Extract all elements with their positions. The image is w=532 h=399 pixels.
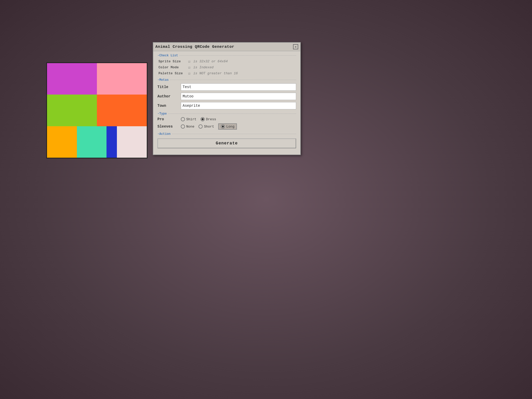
radio-circle-long	[221, 124, 225, 129]
meta-label-town: Town	[157, 104, 181, 108]
meta-row-author: Author	[157, 93, 296, 100]
dialog-window: Animal Crossing QRCode Generator ✕ Check…	[153, 42, 301, 155]
sleeves-radio-group: None Short Long	[181, 123, 237, 130]
meta-label-author: Author	[157, 94, 181, 98]
type-label-pro: Pro	[157, 117, 181, 121]
radio-circle-shirt	[181, 117, 185, 121]
title-input[interactable]	[181, 83, 296, 91]
metas-section-label: Metas	[157, 78, 296, 82]
action-section: Action Generate	[157, 132, 296, 148]
dialog-titlebar: Animal Crossing QRCode Generator ✕	[153, 43, 300, 51]
radio-dress[interactable]: Dress	[201, 117, 216, 121]
check-text-palette-size: is NOT greater than 16	[193, 71, 238, 75]
color-top-right	[97, 63, 147, 95]
metas-section: Metas Title Author Town	[157, 78, 296, 109]
type-row-sleeves: Sleeves None Short Long	[157, 123, 296, 130]
check-label-palette-size: Palette Size	[158, 71, 187, 75]
type-label-sleeves: Sleeves	[157, 124, 181, 129]
author-input[interactable]	[181, 93, 296, 100]
radio-label-long: Long	[226, 125, 234, 129]
check-label-color-mode: Color Mode	[158, 65, 187, 69]
check-icon-sprite-size: ☑	[187, 59, 192, 64]
check-text-sprite-size: is 32x32 or 64x64	[193, 59, 228, 63]
radio-none[interactable]: None	[181, 124, 194, 129]
type-row-pro: Pro Shirt Dress	[157, 117, 296, 121]
check-label-sprite-size: Sprite Size	[158, 59, 187, 63]
color-bottom-3	[107, 126, 117, 158]
color-top-left	[47, 63, 97, 95]
radio-label-short: Short	[204, 125, 214, 129]
radio-circle-none	[181, 124, 185, 129]
type-section: Type Pro Shirt Dress Sleeves	[157, 112, 296, 130]
radio-short[interactable]: Short	[198, 124, 214, 129]
meta-row-title: Title	[157, 83, 296, 91]
check-row-sprite-size: Sprite Size ☑ is 32x32 or 64x64	[157, 59, 296, 64]
pro-radio-group: Shirt Dress	[181, 117, 216, 121]
meta-label-title: Title	[157, 85, 181, 89]
checklist-section-label: Check List	[157, 54, 296, 57]
radio-label-shirt: Shirt	[186, 117, 196, 121]
close-button[interactable]: ✕	[293, 44, 298, 49]
action-section-label: Action	[157, 132, 296, 136]
generate-button[interactable]: Generate	[157, 138, 296, 148]
type-section-label: Type	[157, 112, 296, 116]
color-bottom-row	[47, 126, 147, 158]
color-bottom-1	[47, 126, 77, 158]
radio-circle-short	[198, 124, 203, 129]
color-bottom-2	[77, 126, 107, 158]
radio-label-none: None	[186, 125, 194, 129]
color-bottom-4	[117, 126, 147, 158]
check-text-color-mode: is Indexed	[193, 65, 214, 69]
check-icon-color-mode: ☑	[187, 65, 192, 70]
dialog-title: Animal Crossing QRCode Generator	[155, 45, 234, 49]
meta-row-town: Town	[157, 102, 296, 109]
sprite-preview	[46, 62, 148, 158]
checklist-section: Check List Sprite Size ☑ is 32x32 or 64x…	[157, 54, 296, 76]
town-input[interactable]	[181, 102, 296, 109]
radio-label-dress: Dress	[206, 117, 216, 121]
check-row-color-mode: Color Mode ☑ is Indexed	[157, 65, 296, 70]
radio-circle-dress	[201, 117, 205, 121]
radio-shirt[interactable]: Shirt	[181, 117, 196, 121]
color-mid-right	[97, 95, 147, 126]
color-mid-left	[47, 95, 97, 126]
check-icon-palette-size: ☑	[187, 71, 192, 76]
check-row-palette-size: Palette Size ☑ is NOT greater than 16	[157, 71, 296, 76]
radio-long[interactable]: Long	[218, 123, 237, 130]
dialog-body: Check List Sprite Size ☑ is 32x32 or 64x…	[153, 51, 300, 155]
